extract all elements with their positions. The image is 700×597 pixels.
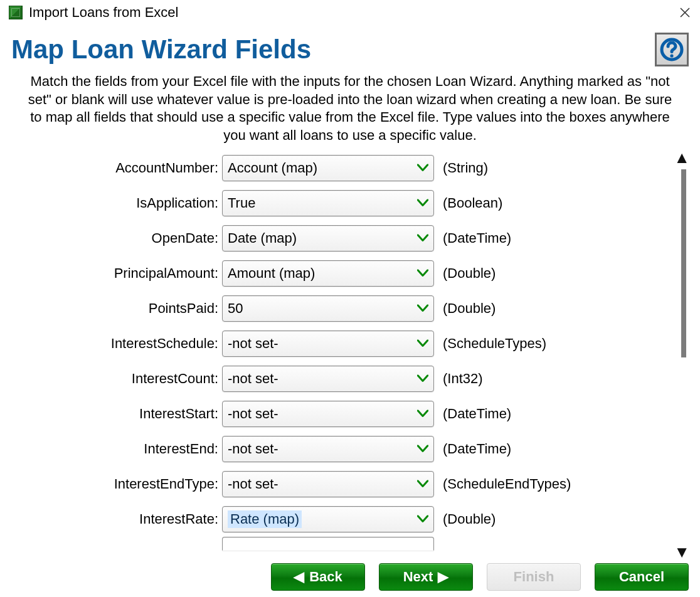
field-combo[interactable]: Rate (map) <box>222 506 434 532</box>
field-type: (DateTime) <box>434 406 511 422</box>
field-combo[interactable]: 50 <box>222 295 434 322</box>
chevron-down-icon <box>417 302 428 315</box>
cancel-button[interactable]: Cancel <box>595 563 689 591</box>
page-title: Map Loan Wizard Fields <box>11 34 311 65</box>
help-button[interactable] <box>655 33 689 66</box>
field-type: (DateTime) <box>434 441 511 457</box>
finish-button: Finish <box>487 563 581 591</box>
field-label: OpenDate: <box>0 230 222 246</box>
field-combo[interactable]: -not set- <box>222 366 434 392</box>
field-combo-partial[interactable] <box>222 537 434 551</box>
field-combo-value: Rate (map) <box>228 510 302 528</box>
field-combo-value: 50 <box>228 300 243 317</box>
svg-point-1 <box>670 54 673 57</box>
field-combo-value: -not set- <box>228 441 278 457</box>
back-button-label: Back <box>309 569 342 585</box>
scrollbar-thumb[interactable] <box>681 169 686 357</box>
field-combo[interactable]: -not set- <box>222 471 434 497</box>
field-type: (Double) <box>434 300 496 317</box>
field-row: InterestEndType:-not set-(ScheduleEndTyp… <box>0 467 665 502</box>
field-combo-value: Account (map) <box>228 160 317 176</box>
chevron-down-icon <box>417 443 428 456</box>
field-label: InterestEnd: <box>0 441 222 457</box>
field-type: (String) <box>434 160 488 176</box>
field-row: IsApplication:True(Boolean) <box>0 186 665 221</box>
window-title: Import Loans from Excel <box>29 4 178 21</box>
triangle-right-icon: ▶ <box>438 569 448 585</box>
wizard-footer: ◀ Back Next ▶ Finish Cancel <box>0 563 700 591</box>
finish-button-label: Finish <box>514 569 554 585</box>
field-combo-value: -not set- <box>228 406 278 422</box>
field-type: (Double) <box>434 265 496 282</box>
field-row: PointsPaid:50(Double) <box>0 291 665 326</box>
field-combo[interactable]: -not set- <box>222 436 434 462</box>
field-row: InterestStart:-not set-(DateTime) <box>0 396 665 431</box>
field-combo-value: -not set- <box>228 371 278 387</box>
field-row: AccountNumber:Account (map)(String) <box>0 151 665 186</box>
field-label: AccountNumber: <box>0 160 222 176</box>
chevron-down-icon <box>417 232 428 245</box>
field-label: InterestSchedule: <box>0 335 222 352</box>
field-combo[interactable]: Account (map) <box>222 155 434 181</box>
field-row: InterestEnd:-not set-(DateTime) <box>0 431 665 467</box>
field-combo[interactable]: Amount (map) <box>222 260 434 287</box>
next-button[interactable]: Next ▶ <box>379 563 473 591</box>
chevron-down-icon <box>417 513 428 526</box>
close-icon[interactable] <box>676 4 694 21</box>
field-label: InterestRate: <box>0 511 222 527</box>
scroll-down-arrow[interactable]: ▼ <box>672 542 691 562</box>
field-type: (Int32) <box>434 371 483 387</box>
field-combo-value: Date (map) <box>228 230 297 246</box>
field-row: InterestRate:Rate (map)(Double) <box>0 502 665 537</box>
back-button[interactable]: ◀ Back <box>271 563 365 591</box>
chevron-down-icon <box>417 337 428 351</box>
field-row: InterestCount:-not set-(Int32) <box>0 361 665 396</box>
field-label: PointsPaid: <box>0 300 222 317</box>
field-row: InterestSchedule:-not set-(ScheduleTypes… <box>0 326 665 361</box>
field-mapping-area: ▲ ▼ AccountNumber:Account (map)(String)I… <box>0 148 700 551</box>
field-row: OpenDate:Date (map)(DateTime) <box>0 221 665 256</box>
field-combo-value: True <box>228 195 255 211</box>
field-label: InterestEndType: <box>0 476 222 492</box>
field-type: (ScheduleTypes) <box>434 335 546 352</box>
chevron-down-icon <box>417 408 428 421</box>
field-combo[interactable]: -not set- <box>222 401 434 427</box>
title-bar: Import Loans from Excel <box>0 0 700 24</box>
field-combo[interactable]: -not set- <box>222 330 434 357</box>
chevron-down-icon <box>417 197 428 210</box>
field-combo-value: Amount (map) <box>228 265 315 282</box>
field-label: InterestCount: <box>0 371 222 387</box>
chevron-down-icon <box>417 267 428 280</box>
field-type: (Boolean) <box>434 195 502 211</box>
chevron-down-icon <box>417 372 428 386</box>
field-label: InterestStart: <box>0 406 222 422</box>
field-combo[interactable]: True <box>222 190 434 216</box>
chevron-down-icon <box>417 162 428 175</box>
field-combo-value: -not set- <box>228 476 278 492</box>
cancel-button-label: Cancel <box>619 569 664 585</box>
chevron-down-icon <box>417 478 428 491</box>
field-combo-value: -not set- <box>228 335 278 352</box>
field-label: IsApplication: <box>0 195 222 211</box>
field-type: (ScheduleEndTypes) <box>434 476 571 492</box>
triangle-left-icon: ◀ <box>294 569 304 585</box>
field-row: PrincipalAmount:Amount (map)(Double) <box>0 256 665 291</box>
field-type: (Double) <box>434 511 496 527</box>
field-type: (DateTime) <box>434 230 511 246</box>
page-description: Match the fields from your Excel file wi… <box>0 66 700 148</box>
next-button-label: Next <box>403 569 433 585</box>
field-label: PrincipalAmount: <box>0 265 222 282</box>
app-icon <box>9 6 23 19</box>
field-combo[interactable]: Date (map) <box>222 225 434 251</box>
scroll-up-arrow[interactable]: ▲ <box>672 148 691 167</box>
